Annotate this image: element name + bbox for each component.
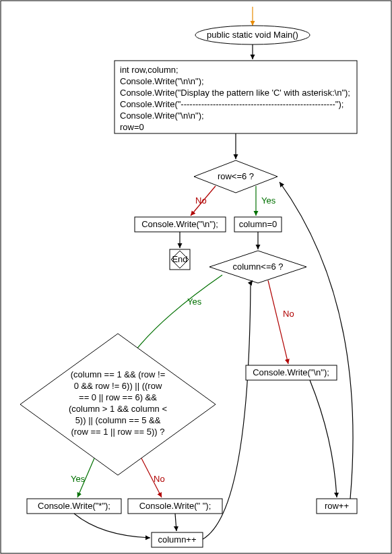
bigdec-line-5: (row == 1 || row == 5)) ? bbox=[71, 427, 165, 437]
rowdec-no-label: No bbox=[195, 195, 207, 206]
init-line-2: Console.Write("Display the pattern like … bbox=[120, 88, 350, 98]
bigdec-line-4: 5)) || (column == 5 && bbox=[75, 415, 161, 425]
coldec-yes-label: Yes bbox=[187, 297, 202, 307]
arrow-rowinc-rowdec bbox=[280, 182, 353, 499]
end-label: End bbox=[172, 254, 187, 264]
arrow-star-colinc bbox=[74, 514, 150, 538]
arrow-space-colinc bbox=[175, 514, 176, 531]
bigdec-line-3: (column > 1 && column < bbox=[69, 404, 167, 414]
arrow-coldec-yes bbox=[133, 275, 222, 353]
bigdec-line-2: == 0 || row == 6) && bbox=[79, 392, 157, 402]
bigdec-line-0: (column == 1 && (row != bbox=[71, 369, 166, 379]
start-label: public static void Main() bbox=[207, 30, 298, 40]
set-column-label: column=0 bbox=[239, 219, 277, 229]
arrow-wn-rowinc bbox=[310, 380, 337, 497]
init-line-0: int row,column; bbox=[120, 65, 178, 75]
init-line-5: row=0 bbox=[120, 122, 144, 132]
arrow-coldec-no bbox=[268, 280, 288, 364]
init-line-4: Console.Write("\n\n"); bbox=[120, 111, 204, 121]
coldec-no-label: No bbox=[283, 309, 294, 319]
rowdec-yes-label: Yes bbox=[261, 195, 276, 206]
write-newline-label: Console.Write("\n"); bbox=[253, 367, 329, 377]
bigdec-yes-label: Yes bbox=[71, 474, 86, 484]
row-inc-label: row++ bbox=[325, 501, 349, 511]
decision-column-label: column<=6 ? bbox=[232, 261, 283, 272]
bigdec-line-1: 0 && row != 6)) || ((row bbox=[74, 381, 162, 391]
init-line-1: Console.Write("\n\n"); bbox=[120, 76, 204, 86]
init-line-3: Console.Write("-------------------------… bbox=[120, 99, 344, 109]
column-inc-label: column++ bbox=[158, 534, 196, 545]
write-newline-end-label: Console.Write("\n"); bbox=[141, 219, 218, 229]
bigdec-no-label: No bbox=[154, 474, 165, 484]
decision-row-label: row<=6 ? bbox=[218, 171, 254, 181]
write-space-label: Console.Write(" "); bbox=[139, 501, 211, 511]
write-star-label: Console.Write("*"); bbox=[38, 501, 110, 511]
